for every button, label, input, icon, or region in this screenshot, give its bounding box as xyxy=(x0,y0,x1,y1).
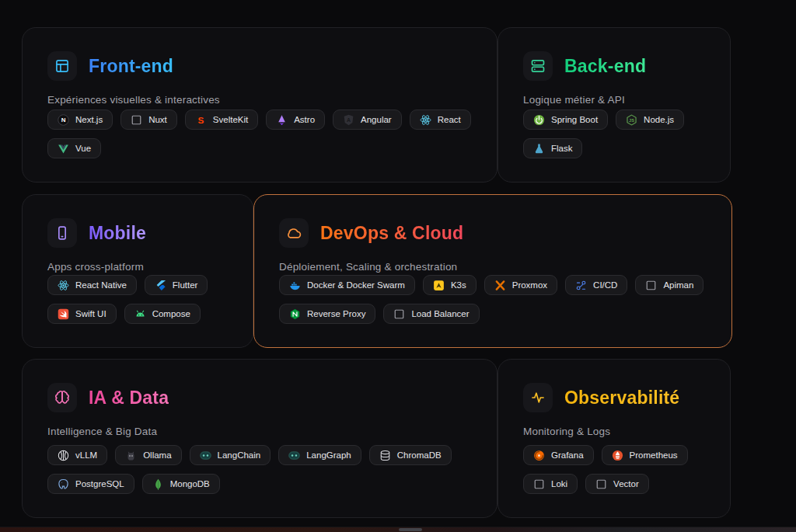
category-card-devops-cloud[interactable]: DevOps & Cloud Déploiement, Scaling & or… xyxy=(253,194,732,348)
svg-text:A: A xyxy=(347,116,351,122)
category-title: Mobile xyxy=(89,223,146,244)
badge-ollama[interactable]: Ollama xyxy=(115,445,181,465)
angular-icon: A xyxy=(343,114,354,126)
tech-badge-label: LangChain xyxy=(218,450,261,460)
badge-reverse-proxy[interactable]: Reverse Proxy xyxy=(279,304,375,324)
grid-row: IA & Data Intelligence & Big Data vLLM O… xyxy=(22,359,743,518)
badge-apiman[interactable]: Apiman xyxy=(635,275,703,295)
badge-angular[interactable]: A Angular xyxy=(333,110,402,130)
k3s-icon xyxy=(433,280,445,291)
cloud-icon xyxy=(279,218,309,248)
badge-vue[interactable]: Vue xyxy=(47,138,101,158)
badge-list: Spring Boot JS Node.js Flask xyxy=(523,110,705,158)
category-subtitle: Déploiement, Scaling & orchestration xyxy=(279,261,707,273)
badge-docker-docker-swarm[interactable]: Docker & Docker Swarm xyxy=(279,275,415,295)
badge-langchain[interactable]: LangChain xyxy=(190,445,271,465)
tech-badge-label: CI/CD xyxy=(593,280,617,290)
tech-badge-label: Flutter xyxy=(173,280,198,290)
badge-loki[interactable]: Loki xyxy=(523,474,578,494)
badge-langgraph[interactable]: LangGraph xyxy=(278,445,361,465)
placeholder-icon xyxy=(645,280,657,291)
tech-badge-label: Nuxt xyxy=(148,115,167,124)
tech-badge-label: Vector xyxy=(613,479,639,489)
badge-proxmox[interactable]: Proxmox xyxy=(484,275,557,295)
tech-badge-label: Loki xyxy=(551,479,567,489)
category-subtitle: Apps cross-platform xyxy=(47,261,228,273)
bottom-bar-handle[interactable] xyxy=(399,528,422,531)
tech-badge-label: LangGraph xyxy=(306,450,351,460)
astro-icon xyxy=(276,114,288,126)
svg-text:JS: JS xyxy=(629,117,634,122)
tech-badge-label: Astro xyxy=(294,115,315,124)
badge-postgresql[interactable]: PostgreSQL xyxy=(47,474,134,494)
category-subtitle: Monitoring & Logs xyxy=(523,426,705,437)
tech-badge-label: Ollama xyxy=(143,450,171,460)
category-subtitle: Intelligence & Big Data xyxy=(47,426,472,437)
tech-badge-label: React xyxy=(438,115,461,124)
badge-grafana[interactable]: Grafana xyxy=(523,445,594,465)
layout-icon xyxy=(47,51,77,81)
placeholder-icon xyxy=(131,114,142,126)
android-icon xyxy=(134,308,146,320)
card-header: Front-end xyxy=(47,51,472,81)
badge-load-balancer[interactable]: Load Balancer xyxy=(383,304,479,324)
tech-badge-label: MongoDB xyxy=(170,479,210,489)
tech-badge-label: Docker & Docker Swarm xyxy=(307,280,405,290)
tech-badge-label: Load Balancer xyxy=(411,309,469,318)
vue-icon xyxy=(58,143,69,155)
nextjs-icon: N xyxy=(58,114,69,126)
tech-badge-label: vLLM xyxy=(75,450,97,460)
badge-vllm[interactable]: vLLM xyxy=(47,445,107,465)
grid-row: Front-end Expériences visuelles & intera… xyxy=(22,27,743,183)
tech-badge-label: SvelteKit xyxy=(213,115,248,124)
badge-react-native[interactable]: React Native xyxy=(47,275,137,295)
badge-flask[interactable]: Flask xyxy=(523,138,582,158)
badge-sveltekit[interactable]: S SvelteKit xyxy=(185,110,258,130)
badge-chromadb[interactable]: ChromaDB xyxy=(369,445,452,465)
tech-badge-label: Vue xyxy=(75,144,91,153)
tech-badge-label: K3s xyxy=(451,280,466,290)
smartphone-icon xyxy=(47,218,77,248)
badge-ci-cd[interactable]: CI/CD xyxy=(565,275,627,295)
badge-next-js[interactable]: N Next.js xyxy=(47,110,113,130)
badge-swift-ui[interactable]: Swift UI xyxy=(47,304,117,324)
tech-badge-label: Reverse Proxy xyxy=(307,309,365,318)
tech-badge-label: Node.js xyxy=(644,115,674,124)
category-title: IA & Data xyxy=(89,388,169,409)
badge-astro[interactable]: Astro xyxy=(266,110,325,130)
category-subtitle: Expériences visuelles & interactives xyxy=(47,94,472,106)
card-header: IA & Data xyxy=(47,383,472,412)
badge-k3s[interactable]: K3s xyxy=(423,275,477,295)
badge-list: Docker & Docker Swarm K3s Proxmox CI/CD … xyxy=(279,275,707,324)
brain-icon xyxy=(47,383,77,412)
postgresql-icon xyxy=(58,478,69,490)
badge-compose[interactable]: Compose xyxy=(124,304,201,324)
badge-list: Grafana Prometheus Loki Vector xyxy=(523,445,705,494)
category-title: Front-end xyxy=(89,56,173,77)
category-card-mobile[interactable]: Mobile Apps cross-platform React Native … xyxy=(22,194,253,348)
badge-prometheus[interactable]: Prometheus xyxy=(602,445,688,465)
placeholder-icon xyxy=(533,478,545,490)
activity-icon xyxy=(523,383,553,412)
tech-badge-label: Compose xyxy=(152,309,190,318)
bottom-bar xyxy=(0,527,796,532)
badge-vector[interactable]: Vector xyxy=(585,474,649,494)
card-header: Back-end xyxy=(523,51,705,81)
badge-nuxt[interactable]: Nuxt xyxy=(120,110,177,130)
category-title: DevOps & Cloud xyxy=(320,223,463,244)
tech-badge-label: Apiman xyxy=(663,280,693,290)
tech-badge-label: Grafana xyxy=(551,450,584,460)
badge-flutter[interactable]: Flutter xyxy=(145,275,208,295)
badge-react[interactable]: React xyxy=(410,110,471,130)
tech-badge-label: PostgreSQL xyxy=(75,479,124,489)
category-card-observabilite[interactable]: Observabilité Monitoring & Logs Grafana … xyxy=(498,359,731,518)
category-card-front-end[interactable]: Front-end Expériences visuelles & intera… xyxy=(22,27,498,183)
badge-mongodb[interactable]: MongoDB xyxy=(142,474,220,494)
category-card-ia-data[interactable]: IA & Data Intelligence & Big Data vLLM O… xyxy=(22,359,498,518)
badge-node-js[interactable]: JS Node.js xyxy=(616,110,684,130)
category-subtitle: Logique métier & API xyxy=(523,94,705,106)
badge-spring-boot[interactable]: Spring Boot xyxy=(523,110,608,130)
category-card-back-end[interactable]: Back-end Logique métier & API Spring Boo… xyxy=(498,27,731,183)
tech-badge-label: ChromaDB xyxy=(397,450,442,460)
react-icon xyxy=(420,114,431,126)
